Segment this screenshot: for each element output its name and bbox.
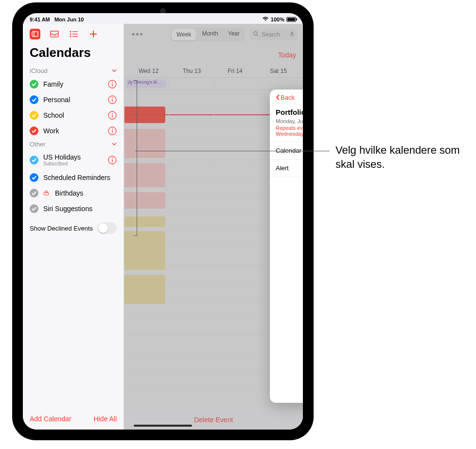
calendar-label: Work bbox=[43, 127, 103, 135]
checkmark-icon bbox=[30, 126, 38, 135]
show-declined-toggle[interactable] bbox=[97, 222, 117, 234]
sidebar-toolbar bbox=[23, 24, 123, 42]
svg-rect-25 bbox=[44, 193, 49, 195]
status-left: 9:41 AM Mon Jun 10 bbox=[30, 17, 84, 22]
delete-event-button[interactable]: Delete Event bbox=[270, 381, 303, 403]
back-button[interactable]: Back bbox=[276, 94, 295, 101]
mic-icon[interactable] bbox=[290, 31, 294, 38]
battery-icon bbox=[286, 17, 296, 22]
icloud-calendar-list: Family Personal School bbox=[23, 76, 123, 139]
event-title: Portfolio work session bbox=[276, 108, 303, 116]
sidebar-footer: Add Calendar Hide All bbox=[23, 408, 123, 430]
svg-point-28 bbox=[254, 32, 257, 35]
event-summary: Portfolio work session Monday, Jun 10, 2… bbox=[270, 105, 303, 142]
svg-point-14 bbox=[112, 97, 113, 98]
main-content: ••• Week Month Year Search Today Wed 12 bbox=[124, 24, 303, 430]
svg-rect-0 bbox=[32, 32, 38, 36]
calendar-item-family[interactable]: Family bbox=[23, 76, 123, 92]
day-thu[interactable]: Thu 13 bbox=[170, 68, 213, 74]
calendar-label: School bbox=[43, 111, 103, 119]
seg-month[interactable]: Month bbox=[197, 28, 223, 41]
hide-all-button[interactable]: Hide All bbox=[94, 415, 117, 423]
screen: 9:41 AM Mon Jun 10 100% bbox=[23, 13, 303, 430]
inbox-icon[interactable] bbox=[49, 29, 60, 39]
calendar-label: US Holidays Subscribed bbox=[43, 153, 103, 166]
svg-point-23 bbox=[112, 158, 113, 159]
sidebar-title: Calendars bbox=[23, 42, 123, 65]
show-declined-label: Show Declined Events bbox=[30, 225, 93, 232]
svg-point-17 bbox=[112, 113, 113, 114]
label-text: US Holidays bbox=[43, 153, 81, 161]
checkmark-icon bbox=[30, 204, 38, 213]
chevron-down-icon bbox=[112, 141, 117, 148]
calendar-label: Birthdays bbox=[55, 189, 117, 197]
event-date: Monday, Jun 10, 2024 bbox=[276, 118, 303, 124]
day-sat[interactable]: Sat 15 bbox=[257, 68, 300, 74]
search-placeholder: Search bbox=[262, 31, 280, 38]
section-label: iCloud bbox=[30, 67, 48, 74]
section-header-icloud[interactable]: iCloud bbox=[23, 65, 123, 76]
svg-point-11 bbox=[112, 82, 113, 83]
allday-event[interactable]: dy Cheung's Bi… bbox=[126, 79, 167, 88]
seg-year[interactable]: Year bbox=[223, 28, 245, 41]
more-icon[interactable]: ••• bbox=[132, 30, 144, 40]
callout-line bbox=[135, 151, 330, 152]
view-segmented-control[interactable]: Week Month Year bbox=[171, 28, 245, 41]
info-icon[interactable] bbox=[108, 111, 117, 120]
popover-arrow bbox=[270, 106, 271, 116]
info-icon[interactable] bbox=[108, 95, 117, 104]
svg-point-6 bbox=[70, 36, 71, 37]
add-icon[interactable] bbox=[88, 29, 99, 39]
checkmark-icon bbox=[30, 173, 38, 182]
checkmark-icon bbox=[30, 95, 38, 104]
info-icon[interactable] bbox=[108, 126, 117, 135]
sidebar-toggle-icon[interactable] bbox=[30, 29, 40, 39]
day-fri[interactable]: Fri 14 bbox=[213, 68, 257, 74]
add-calendar-button[interactable]: Add Calendar bbox=[30, 415, 71, 423]
calendar-label: Siri Suggestions bbox=[43, 205, 117, 213]
other-calendar-list: US Holidays Subscribed Scheduled Reminde… bbox=[23, 150, 123, 216]
info-icon[interactable] bbox=[108, 156, 117, 164]
status-right: 100% bbox=[262, 17, 296, 22]
checkmark-icon bbox=[30, 156, 38, 164]
svg-rect-26 bbox=[45, 191, 48, 193]
svg-rect-30 bbox=[291, 32, 293, 35]
seg-week[interactable]: Week bbox=[172, 29, 196, 40]
status-time: 9:41 AM bbox=[30, 17, 50, 22]
delete-event-footer[interactable]: Delete Event bbox=[124, 410, 303, 430]
today-button[interactable]: Today bbox=[278, 51, 296, 59]
calendar-item-birthdays[interactable]: Birthdays bbox=[23, 185, 123, 201]
home-indicator[interactable] bbox=[134, 425, 192, 427]
popover-header: Back Event Details Edit bbox=[270, 90, 303, 105]
checkmark-icon bbox=[30, 189, 38, 198]
event-details-popover: Back Event Details Edit Portfolio work s… bbox=[270, 90, 303, 403]
ipad-device-frame: 9:41 AM Mon Jun 10 100% bbox=[12, 2, 314, 440]
calendars-sidebar: Calendars iCloud Family Persona bbox=[23, 24, 124, 430]
calendar-item-personal[interactable]: Personal bbox=[23, 92, 123, 108]
day-wed[interactable]: Wed 12 bbox=[127, 68, 170, 74]
section-header-other[interactable]: Other bbox=[23, 139, 123, 150]
battery-percent: 100% bbox=[271, 17, 284, 22]
svg-point-20 bbox=[112, 128, 113, 129]
subscribed-text: Subscribed bbox=[43, 161, 103, 166]
list-icon[interactable] bbox=[69, 29, 79, 39]
week-header: Wed 12 Thu 13 Fri 14 Sat 15 bbox=[124, 68, 303, 78]
search-field[interactable]: Search bbox=[249, 29, 298, 40]
status-date: Mon Jun 10 bbox=[54, 17, 84, 22]
allday-row: dy Cheung's Bi… bbox=[124, 78, 303, 90]
alert-row[interactable]: Alert None ▴▾ bbox=[270, 160, 303, 177]
chevron-down-icon bbox=[112, 68, 117, 74]
status-bar: 9:41 AM Mon Jun 10 100% bbox=[23, 13, 303, 24]
calendar-item-school[interactable]: School bbox=[23, 108, 123, 123]
calendar-item-work[interactable]: Work bbox=[23, 123, 123, 139]
event-repeat: Repeats every week on Monday and Wednesd… bbox=[276, 125, 303, 137]
calendar-item-reminders[interactable]: Scheduled Reminders bbox=[23, 170, 123, 185]
checkmark-icon bbox=[30, 80, 38, 89]
callout-bracket bbox=[133, 80, 137, 236]
calendar-label: Personal bbox=[43, 96, 103, 104]
show-declined-row: Show Declined Events bbox=[23, 216, 123, 240]
calendar-item-usholidays[interactable]: US Holidays Subscribed bbox=[23, 150, 123, 170]
calendar-item-siri[interactable]: Siri Suggestions bbox=[23, 201, 123, 216]
back-label: Back bbox=[281, 94, 295, 101]
info-icon[interactable] bbox=[108, 80, 117, 89]
